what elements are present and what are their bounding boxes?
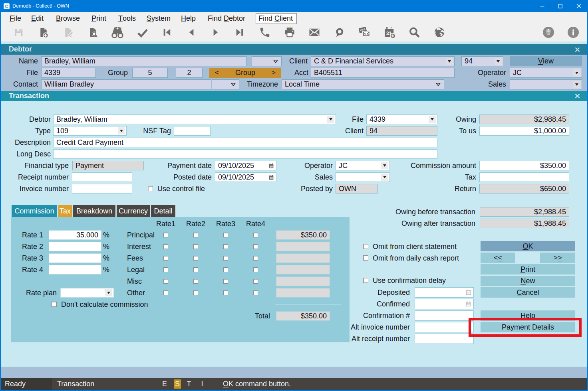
minimize-button[interactable]	[533, 0, 551, 12]
debtor-sales-combo[interactable]	[510, 79, 582, 89]
tab-detail[interactable]: Detail	[151, 205, 175, 217]
toolbar-ok-button[interactable]	[135, 26, 149, 40]
grid-checkbox-interest-rate3[interactable]	[223, 244, 228, 249]
grid-checkbox-legal-rate3[interactable]	[223, 267, 228, 272]
confirmation-input[interactable]	[415, 310, 474, 321]
toolbar-previous-button[interactable]	[184, 26, 199, 40]
cancel-button[interactable]: Cancel	[481, 287, 575, 298]
debtor-file-input[interactable]: 4339	[41, 68, 96, 78]
rate-4-input[interactable]	[49, 265, 101, 274]
print-button[interactable]: Print	[481, 264, 575, 274]
txn-tous-input[interactable]: $1,000.00	[479, 126, 569, 136]
toolbar-search-button[interactable]	[407, 26, 421, 40]
toolbar-email-button[interactable]	[307, 26, 322, 40]
txn-tax-input[interactable]	[479, 172, 569, 182]
new-button[interactable]: New	[481, 276, 575, 286]
debtor-contact-input[interactable]: William Bradley	[41, 79, 211, 89]
txn-posteddate-input[interactable]: 09/10/202510	[215, 172, 276, 182]
grid-checkbox-other-rate4[interactable]	[253, 290, 258, 295]
debtor-group-input-1[interactable]: 5	[132, 68, 168, 78]
grid-checkbox-misc-rate2[interactable]	[193, 279, 198, 284]
menu-item-browse[interactable]: Browse	[56, 12, 80, 25]
txn-sales-combo[interactable]	[336, 172, 390, 182]
toolbar-next-button[interactable]	[209, 26, 223, 40]
ok-button[interactable]: OK	[481, 241, 575, 251]
grid-checkbox-principal-rate2[interactable]	[193, 233, 198, 237]
txn-longdesc-input[interactable]	[53, 149, 437, 159]
txn-operator-combo[interactable]: JC	[336, 161, 390, 170]
tab-commission[interactable]: Commission	[12, 205, 57, 217]
grid-checkbox-fees-rate4[interactable]	[253, 256, 258, 261]
grid-checkbox-principal-rate3[interactable]	[223, 233, 228, 237]
grid-checkbox-other-rate1[interactable]	[163, 290, 168, 295]
toolbar-phone-button[interactable]	[259, 27, 271, 39]
grid-checkbox-other-rate3[interactable]	[223, 290, 228, 295]
toolbar-last-button[interactable]	[233, 26, 247, 40]
debtor-client-number-combo[interactable]: 94	[461, 56, 503, 66]
menu-item-tools[interactable]: Tools	[118, 12, 136, 25]
toolbar-print-button[interactable]	[283, 26, 296, 40]
grid-checkbox-principal-rate4[interactable]	[253, 233, 258, 237]
omit-client-checkbox[interactable]	[363, 244, 368, 249]
grid-checkbox-interest-rate4[interactable]	[253, 244, 258, 249]
tab-currency[interactable]: Currency	[117, 205, 150, 217]
txn-type-combo[interactable]: 109	[53, 126, 127, 136]
txn-invoice-input[interactable]	[72, 184, 132, 194]
tab-tax[interactable]: Tax	[58, 205, 72, 217]
confirm-delay-checkbox[interactable]	[363, 278, 368, 283]
txn-nsf-input[interactable]	[174, 126, 211, 136]
debtor-acct-input[interactable]: B405511	[311, 68, 455, 78]
grid-checkbox-fees-rate2[interactable]	[193, 256, 198, 261]
menu-item-file[interactable]: File	[10, 12, 21, 25]
menu-item-find-debtor[interactable]: Find Debtor	[208, 12, 245, 25]
alt-invoice-input[interactable]	[415, 322, 474, 332]
group-prev-arrow[interactable]: <	[215, 69, 219, 77]
grid-checkbox-interest-rate2[interactable]	[193, 244, 198, 249]
menu-item-find-client[interactable]: Find Client	[258, 12, 293, 25]
txn-paydate-input[interactable]: 09/10/202510	[215, 161, 276, 170]
menu-item-help[interactable]: Help	[181, 12, 196, 25]
alt-receipt-input[interactable]	[415, 334, 474, 344]
transaction-close-button[interactable]	[572, 91, 582, 101]
toolbar-new-record-button[interactable]	[37, 27, 50, 39]
group-navigate-button[interactable]: <Group>	[209, 68, 281, 78]
toolbar-browse-button[interactable]	[109, 25, 126, 41]
debtor-timezone-combo[interactable]: Local Time	[282, 79, 444, 89]
dont-calc-checkbox[interactable]	[52, 302, 57, 307]
grid-checkbox-other-rate2[interactable]	[193, 290, 198, 295]
toolbar-delete-button[interactable]	[542, 27, 554, 39]
txn-receipt-input[interactable]	[72, 172, 132, 182]
txn-file-combo[interactable]: 4339	[366, 115, 437, 124]
toolbar-preview-button[interactable]	[87, 27, 99, 39]
toolbar-web-button[interactable]	[432, 26, 447, 40]
grid-checkbox-misc-rate4[interactable]	[253, 279, 258, 284]
toolbar-info-button[interactable]	[567, 27, 579, 39]
debtor-close-button[interactable]	[572, 44, 582, 55]
tab-breakdown[interactable]: Breakdown	[73, 205, 115, 217]
confirmed-input[interactable]	[415, 299, 474, 309]
grid-checkbox-misc-rate3[interactable]	[223, 279, 228, 284]
use-control-file-checkbox[interactable]	[148, 186, 153, 191]
omit-daily-checkbox[interactable]	[363, 255, 368, 261]
view-button[interactable]: View	[510, 56, 582, 66]
debtor-name-input[interactable]: Bradley, William	[41, 56, 246, 66]
grid-checkbox-misc-rate1[interactable]	[163, 279, 168, 284]
maximize-button[interactable]	[551, 0, 569, 12]
grid-checkbox-fees-rate3[interactable]	[223, 256, 228, 261]
rate-2-input[interactable]	[49, 242, 101, 251]
next-button[interactable]: >>	[540, 253, 575, 263]
toolbar-first-button[interactable]	[159, 26, 174, 40]
prev-button[interactable]: <<	[481, 253, 515, 263]
calendar-icon[interactable]	[466, 289, 471, 297]
grid-checkbox-principal-rate1[interactable]	[163, 233, 168, 237]
toolbar-comment-button[interactable]	[333, 27, 346, 40]
calendar-icon[interactable]: 10	[268, 162, 274, 171]
menu-item-edit[interactable]: Edit	[31, 12, 44, 25]
grid-checkbox-fees-rate1[interactable]	[163, 256, 168, 261]
close-button[interactable]	[569, 0, 588, 12]
calendar-icon[interactable]	[466, 300, 471, 309]
txn-commission-input[interactable]: $350.00	[479, 161, 569, 170]
txn-debtor-combo[interactable]: Bradley, William	[53, 115, 336, 124]
txn-description-input[interactable]: Credit Card Payment	[53, 138, 437, 147]
menu-item-print[interactable]: Print	[91, 12, 106, 25]
